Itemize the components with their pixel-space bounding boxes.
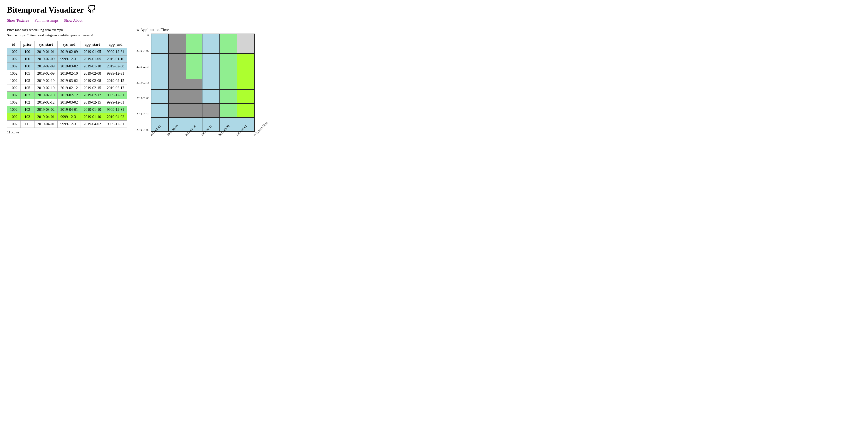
svg-rect-3 [168, 34, 186, 104]
table-row: 10021052019-02-102019-02-122019-02-15201… [7, 84, 127, 91]
table-cell: 2019-02-08 [81, 70, 104, 77]
table-cell: 9999-12-31 [104, 120, 127, 128]
y-label-0: 2019-01-05 [136, 129, 149, 132]
table-cell: 2019-02-09 [58, 48, 81, 55]
y-label-inf: ∞ [136, 34, 149, 37]
table-cell: 2019-03-02 [58, 77, 81, 84]
table-cell: 1002 [7, 62, 21, 70]
table-cell: 9999-12-31 [58, 120, 81, 128]
table-cell: 9999-12-31 [104, 106, 127, 113]
table-cell: 103 [21, 113, 34, 120]
svg-rect-8 [220, 34, 237, 117]
table-cell: 9999-12-31 [104, 91, 127, 98]
y-label-1: 2019-01-10 [136, 113, 149, 116]
data-table: id price sys_start sys_end app_start app… [7, 41, 127, 128]
col-sys-start: sys_start [34, 41, 58, 48]
main-container: Price (and tax) scheduling data example … [7, 27, 861, 150]
left-panel: Price (and tax) scheduling data example … [7, 27, 127, 134]
github-icon[interactable] [87, 5, 96, 15]
table-row: 10021002019-02-092019-03-022019-01-10201… [7, 62, 127, 70]
table-cell: 100 [21, 62, 34, 70]
table-cell: 1002 [7, 106, 21, 113]
table-cell: 2019-01-10 [81, 113, 104, 120]
y-label-4: 2019-02-17 [136, 65, 149, 68]
svg-rect-10 [237, 34, 255, 53]
table-cell: 1002 [7, 113, 21, 120]
table-cell: 9999-12-31 [58, 113, 81, 120]
page-title: Bitemporal Visualizer [7, 5, 861, 15]
table-cell: 2019-04-02 [81, 120, 104, 128]
right-panel: ∞ Application Time 2019-01-05 2019-01-10… [136, 27, 268, 150]
svg-rect-0 [151, 34, 168, 132]
table-cell: 9999-12-31 [58, 55, 81, 62]
table-cell: 2019-04-01 [34, 120, 58, 128]
table-cell: 111 [21, 120, 34, 128]
table-cell: 105 [21, 77, 34, 84]
svg-rect-6 [186, 34, 202, 79]
show-textarea-link[interactable]: Show Textarea [7, 19, 29, 22]
show-about-link[interactable]: Show About [64, 19, 83, 22]
table-cell: 1002 [7, 70, 21, 77]
table-cell: 2019-02-12 [58, 84, 81, 91]
table-row: 10021002019-01-012019-02-092019-01-05999… [7, 48, 127, 55]
table-cell: 2019-02-10 [34, 77, 58, 84]
col-app-end: app_end [104, 41, 127, 48]
desc-line1: Price (and tax) scheduling data example [7, 27, 127, 33]
table-row: 10021032019-04-019999-12-312019-01-10201… [7, 113, 127, 120]
table-cell: 2019-03-02 [58, 62, 81, 70]
table-cell: 2019-02-08 [81, 77, 104, 84]
table-cell: 103 [21, 91, 34, 98]
table-cell: 2019-02-09 [34, 70, 58, 77]
table-cell: 2019-02-09 [34, 55, 58, 62]
data-description: Price (and tax) scheduling data example … [7, 27, 127, 38]
table-cell: 2019-02-10 [34, 91, 58, 98]
table-cell: 2019-02-17 [81, 91, 104, 98]
sep1: | [31, 19, 32, 22]
table-cell: 2019-03-02 [58, 98, 81, 106]
table-row: 10021032019-03-022019-04-012019-01-10999… [7, 106, 127, 113]
full-timestamps-link[interactable]: Full timestamps [34, 19, 59, 22]
table-cell: 1002 [7, 77, 21, 84]
table-row: 10021022019-02-122019-03-022019-02-15999… [7, 98, 127, 106]
table-row: 10021002019-02-099999-12-312019-01-05201… [7, 55, 127, 62]
col-price: price [21, 41, 34, 48]
col-sys-end: sys_end [58, 41, 81, 48]
table-header-row: id price sys_start sys_end app_start app… [7, 41, 127, 48]
app-time-title: ∞ Application Time [136, 27, 268, 32]
y-label-3: 2019-02-15 [136, 81, 149, 84]
table-cell: 1002 [7, 48, 21, 55]
table-cell: 2019-01-10 [104, 55, 127, 62]
svg-rect-5 [186, 79, 202, 90]
desc-line2: Source: https://bitemporal.net/generate-… [7, 33, 127, 38]
chart-area: 2019-01-01 2019-02-09 2019-02-10 2019-02… [151, 34, 268, 150]
svg-rect-2 [168, 104, 220, 117]
table-cell: 2019-02-12 [58, 91, 81, 98]
col-id: id [7, 41, 21, 48]
y-label-2: 2019-02-08 [136, 97, 149, 100]
svg-rect-9 [237, 53, 255, 117]
table-cell: 2019-02-15 [81, 84, 104, 91]
table-cell: 9999-12-31 [104, 98, 127, 106]
table-cell: 9999-12-31 [104, 70, 127, 77]
y-axis-labels: 2019-01-05 2019-01-10 2019-02-08 2019-02… [136, 34, 149, 132]
table-cell: 1002 [7, 91, 21, 98]
table-row: 10021112019-04-019999-12-312019-04-02999… [7, 120, 127, 128]
table-cell: 100 [21, 48, 34, 55]
table-cell: 105 [21, 84, 34, 91]
svg-rect-4 [186, 90, 202, 104]
svg-rect-11 [202, 34, 220, 90]
row-count: 11 Rows [7, 130, 127, 134]
table-row: 10021052019-02-092019-02-102019-02-08999… [7, 70, 127, 77]
table-cell: 2019-02-17 [104, 84, 127, 91]
table-cell: 2019-01-10 [81, 106, 104, 113]
table-row: 10021032019-02-102019-02-122019-02-17999… [7, 91, 127, 98]
table-cell: 2019-02-09 [34, 62, 58, 70]
chart-wrapper: ∞ Application Time 2019-01-05 2019-01-10… [136, 27, 268, 150]
table-cell: 1002 [7, 98, 21, 106]
app-title-text: Bitemporal Visualizer [7, 5, 84, 15]
table-cell: 103 [21, 106, 34, 113]
table-row: 10021052019-02-102019-03-022019-02-08201… [7, 77, 127, 84]
table-cell: 9999-12-31 [104, 48, 127, 55]
table-cell: 1002 [7, 120, 21, 128]
table-cell: 2019-01-05 [81, 55, 104, 62]
